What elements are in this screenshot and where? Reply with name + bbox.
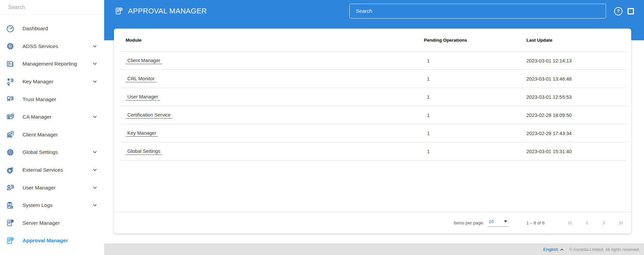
module-link[interactable]: Client Manager — [126, 57, 162, 64]
chevron-down-icon — [93, 186, 97, 189]
sidebar-item-adss-services[interactable]: ADSS Services — [0, 38, 104, 55]
table-row: User Manager 1 2023-03-01 12:55:53 — [114, 88, 631, 106]
chevron-down-icon — [93, 62, 97, 65]
approval-table-card: Module Pending Operations Last Update Cl… — [114, 29, 631, 233]
module-link[interactable]: User Manager — [126, 94, 160, 100]
module-link[interactable]: Key Manager — [126, 130, 158, 137]
pending-operations-value: 1 — [424, 113, 526, 118]
sidebar-nav: Dashboard ADSS Services Management Repor… — [0, 15, 104, 250]
sidebar-item-label: Key Manager — [23, 79, 53, 85]
sidebar-item-label: System Logs — [23, 202, 53, 208]
help-icon[interactable]: ? — [614, 7, 622, 15]
previous-page-icon[interactable] — [580, 216, 594, 230]
sidebar-item-label: Server Manager — [23, 220, 60, 226]
sidebar-item-label: Trust Manager — [23, 96, 56, 102]
sidebar-item-label: Global Settings — [23, 149, 58, 155]
module-link[interactable]: Certification Service — [126, 112, 172, 119]
table-row: Client Manager 1 2023-03-01 12:14:13 — [114, 52, 631, 70]
table-row: Key Manager 1 2023-02-28 17:43:34 — [114, 124, 631, 142]
sidebar-search — [0, 0, 104, 15]
column-header-module: Module — [126, 38, 424, 43]
last-update-value: 2023-03-01 15:31:40 — [526, 149, 631, 154]
sidebar-item-user-manager[interactable]: User Manager — [0, 179, 104, 197]
pending-operations-value: 1 — [424, 149, 526, 154]
last-update-value: 2023-03-01 12:14:13 — [526, 58, 631, 63]
table-header-row: Module Pending Operations Last Update — [114, 29, 631, 52]
footer-bar: English © Ascertia Limited. All rights r… — [104, 244, 644, 255]
column-header-last-update: Last Update — [526, 38, 631, 43]
page-range-label: 1 – 6 of 6 — [526, 220, 545, 225]
user-manager-icon — [6, 183, 15, 192]
management-reporting-icon — [6, 59, 15, 69]
system-logs-icon — [6, 201, 15, 210]
sidebar-item-label: Client Manager — [23, 132, 58, 138]
sidebar-item-label: External Services — [23, 167, 63, 173]
items-per-page-label: Items per page: — [454, 220, 484, 225]
table-row: CRL Monitor 1 2023-03-01 13:46:48 — [114, 70, 631, 88]
sidebar-item-server-manager[interactable]: Server Manager — [0, 214, 104, 232]
sidebar: Dashboard ADSS Services Management Repor… — [0, 0, 104, 255]
table-row: Certification Service 1 2023-02-28 18:09… — [114, 106, 631, 124]
approval-manager-icon — [114, 6, 124, 16]
sidebar-item-client-manager[interactable]: Client Manager — [0, 126, 104, 144]
sidebar-item-label: User Manager — [23, 185, 55, 191]
next-page-icon[interactable] — [597, 216, 610, 230]
sidebar-item-global-settings[interactable]: Global Settings — [0, 143, 104, 161]
global-settings-icon — [6, 148, 15, 157]
pending-operations-value: 1 — [424, 94, 526, 100]
module-link[interactable]: CRL Monitor — [126, 76, 156, 82]
header-search-input[interactable] — [349, 4, 606, 18]
module-link[interactable]: Global Settings — [126, 148, 162, 155]
sidebar-item-approval-manager[interactable]: Approval Manager — [0, 232, 104, 250]
sidebar-item-system-logs[interactable]: System Logs — [0, 197, 104, 214]
maximize-icon[interactable] — [628, 8, 634, 14]
pending-operations-value: 1 — [424, 58, 526, 63]
sidebar-item-label: Management Reporting — [23, 61, 77, 67]
last-update-value: 2023-03-01 13:46:48 — [526, 76, 631, 82]
chevron-down-icon — [93, 204, 97, 207]
first-page-icon[interactable] — [563, 216, 577, 230]
sidebar-item-external-services[interactable]: External Services — [0, 161, 104, 179]
last-update-value: 2023-03-01 12:55:53 — [526, 94, 631, 100]
column-header-pending-operations: Pending Operations — [424, 38, 526, 43]
chevron-down-icon — [93, 151, 97, 154]
copyright-text: © Ascertia Limited. All rights reserved. — [569, 247, 640, 252]
adss-services-gear-icon — [6, 42, 15, 51]
ca-manager-icon — [6, 113, 15, 122]
last-update-value: 2023-02-28 17:43:34 — [526, 131, 631, 136]
sidebar-item-management-reporting[interactable]: Management Reporting — [0, 55, 104, 73]
sidebar-item-dashboard[interactable]: Dashboard — [0, 20, 104, 38]
trust-manager-icon — [6, 95, 15, 104]
chevron-down-icon — [93, 169, 97, 171]
dashboard-icon — [6, 24, 15, 33]
app-window: Dashboard ADSS Services Management Repor… — [0, 0, 644, 255]
language-selector[interactable]: English — [543, 247, 564, 252]
sidebar-item-label: Approval Manager — [23, 238, 68, 244]
sidebar-item-trust-manager[interactable]: Trust Manager — [0, 90, 104, 108]
pending-operations-value: 1 — [424, 76, 526, 82]
page-title: APPROVAL MANAGER — [128, 7, 207, 15]
caret-down-icon — [504, 220, 507, 222]
last-page-icon[interactable] — [614, 216, 627, 230]
last-update-value: 2023-02-28 18:09:50 — [526, 113, 631, 118]
external-services-icon — [6, 166, 15, 175]
server-manager-icon — [6, 218, 15, 227]
sidebar-item-key-manager[interactable]: Key Manager — [0, 73, 104, 91]
sidebar-search-input[interactable] — [0, 4, 104, 10]
header-toolbar: APPROVAL MANAGER ? — [104, 0, 644, 22]
sidebar-item-label: CA Manager — [23, 114, 51, 120]
items-per-page-value: 10 — [489, 219, 494, 224]
items-per-page-select[interactable]: 10 — [487, 219, 508, 227]
paginator: Items per page: 10 1 – 6 of 6 — [114, 212, 631, 233]
key-manager-icon — [6, 77, 15, 86]
sidebar-item-label: ADSS Services — [23, 43, 58, 49]
sidebar-item-ca-manager[interactable]: CA Manager — [0, 108, 104, 126]
chevron-down-icon — [93, 80, 97, 83]
main-area: APPROVAL MANAGER ? Module Pending Operat… — [104, 0, 644, 255]
client-manager-icon — [6, 130, 15, 139]
pending-operations-value: 1 — [424, 131, 526, 136]
approval-manager-icon — [6, 236, 15, 245]
chevron-up-icon — [560, 248, 564, 251]
paginator-controls — [560, 216, 627, 230]
chevron-down-icon — [93, 45, 97, 48]
